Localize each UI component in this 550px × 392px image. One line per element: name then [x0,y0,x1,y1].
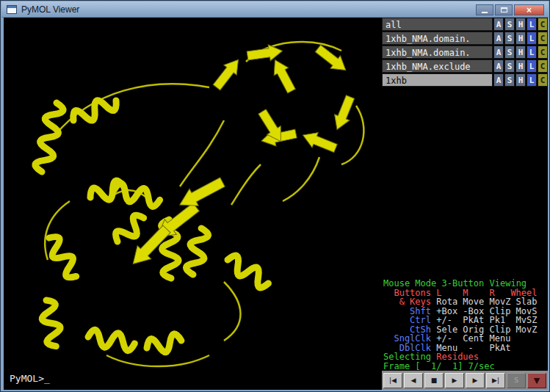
show-menu-button[interactable]: S [504,73,515,87]
step-forward-button[interactable]: ▶ [466,373,485,388]
frame-line: Frame [ 1/ 1] 7/sec [383,362,548,371]
hide-menu-button[interactable]: H [515,46,526,59]
command-prompt[interactable]: PyMOL>_ [10,373,50,384]
window-titlebar[interactable]: PyMOL Viewer × [1,1,549,18]
app-icon [7,5,17,14]
label-menu-button[interactable]: L [527,32,537,45]
skip-end-button[interactable]: ▶| [486,373,505,388]
object-name-button[interactable]: 1xhb_NMA.domain. [382,32,493,45]
object-panel: all A S H L C 1xhb_NMA.domain. A S H L C… [382,18,548,87]
stop-button[interactable]: ■ [424,373,444,388]
client-area: PyMOL>_ all A S H L C 1xhb_NMA.domain. A… [4,18,548,390]
show-menu-button[interactable]: S [504,32,515,45]
hide-menu-button[interactable]: H [515,59,526,73]
minimize-button[interactable] [476,4,493,15]
close-icon: × [527,6,532,15]
color-menu-button[interactable]: C [538,59,548,73]
color-menu-button[interactable]: C [538,46,548,59]
color-menu-button[interactable]: C [538,18,548,31]
window-controls: × [476,4,544,15]
minimize-icon [482,12,488,13]
playback-bar: |◀ ◀ ■ ▶ ▶ ▶| S ▼ [382,371,548,390]
maximize-button[interactable] [495,4,513,15]
action-menu-button[interactable]: A [493,46,504,59]
panel-collapse-button[interactable]: ▼ [527,373,546,388]
protein-ribbon-graphic [4,18,382,390]
color-menu-button[interactable]: C [538,73,548,87]
show-menu-button[interactable]: S [504,18,515,31]
label-menu-button[interactable]: L [527,73,537,87]
mouse-help-panel: Mouse Mode 3-Button Viewing Buttons L M … [382,279,548,371]
hide-menu-button[interactable]: H [515,32,526,45]
show-menu-button[interactable]: S [504,59,515,73]
action-menu-button[interactable]: A [493,18,504,31]
object-name-button[interactable]: all [382,18,493,31]
object-row: 1xhb_NMA.domain. A S H L C [382,46,548,59]
object-row: all A S H L C [382,18,548,32]
object-row-selected: 1xhb A S H L C [382,73,548,87]
label-menu-button[interactable]: L [527,46,537,59]
object-name-button[interactable]: 1xhb [382,73,493,87]
label-menu-button[interactable]: L [527,59,537,73]
hide-menu-button[interactable]: H [515,18,526,31]
viewport-canvas[interactable]: PyMOL>_ [4,18,382,390]
object-name-button[interactable]: 1xhb_NMA.domain. [382,46,493,59]
scene-toggle-button[interactable]: S [507,373,526,388]
pymol-window: PyMOL Viewer × [0,0,550,392]
skip-start-button[interactable]: |◀ [383,373,402,388]
object-row: 1xhb_NMA.exclude A S H L C [382,59,548,73]
close-button[interactable]: × [514,4,544,15]
action-menu-button[interactable]: A [493,73,504,87]
object-row: 1xhb_NMA.domain. A S H L C [382,32,548,46]
step-back-button[interactable]: ◀ [404,373,423,388]
label-menu-button[interactable]: L [527,18,537,31]
object-name-button[interactable]: 1xhb_NMA.exclude [382,59,493,73]
action-menu-button[interactable]: A [493,59,504,73]
window-title: PyMOL Viewer [21,4,79,15]
maximize-icon [501,7,507,12]
color-menu-button[interactable]: C [538,32,548,45]
show-menu-button[interactable]: S [504,46,515,59]
action-menu-button[interactable]: A [493,32,504,45]
hide-menu-button[interactable]: H [515,73,526,87]
play-button[interactable]: ▶ [445,373,464,388]
